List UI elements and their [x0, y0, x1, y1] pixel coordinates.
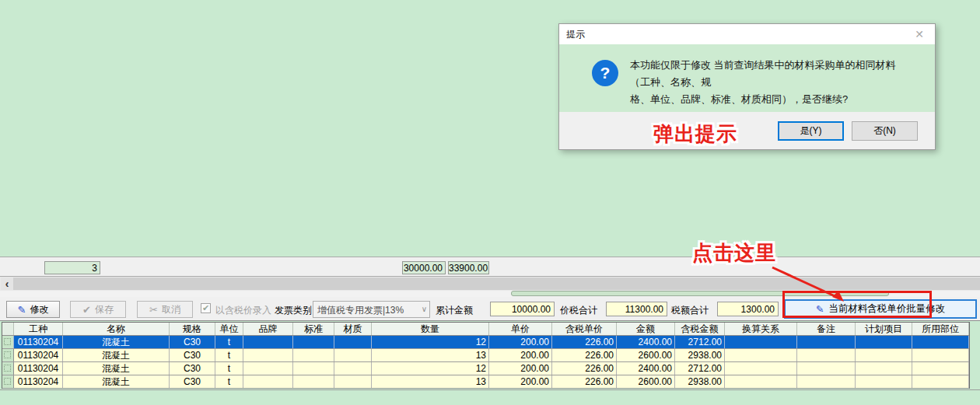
grid-header-cell[interactable]: 含税单价: [552, 323, 617, 335]
no-button[interactable]: 否(N): [852, 121, 918, 141]
grid-cell[interactable]: [725, 349, 797, 361]
grid-cell[interactable]: t: [215, 349, 243, 361]
grid-cell[interactable]: 12: [372, 362, 489, 375]
grid-cell[interactable]: [334, 336, 372, 348]
grid-cell[interactable]: [725, 336, 797, 348]
modify-button[interactable]: ✎ 修改: [6, 301, 60, 318]
grid-cell[interactable]: 混凝土: [63, 336, 170, 348]
grid-cell[interactable]: 01130204: [14, 375, 63, 388]
grid-cell[interactable]: 2400.00: [617, 336, 675, 348]
grid-header-cell[interactable]: 名称: [63, 323, 170, 335]
grid-cell[interactable]: 01130204: [14, 362, 63, 375]
grid-cell[interactable]: 200.00: [489, 349, 552, 361]
grid-header-cell[interactable]: 工种: [14, 323, 63, 335]
grid-cell[interactable]: C30: [170, 349, 215, 361]
grid-header-cell[interactable]: 品牌: [243, 323, 293, 335]
grid-cell[interactable]: 混凝土: [63, 375, 170, 388]
cancel-button[interactable]: ✂ 取消: [137, 301, 193, 318]
grid-cell[interactable]: t: [215, 336, 243, 348]
price-tax-total-field[interactable]: 11300.00: [606, 302, 667, 316]
grid-cell[interactable]: 226.00: [552, 362, 617, 375]
grid-cell[interactable]: C30: [170, 362, 215, 375]
grid-cell[interactable]: 2600.00: [617, 349, 675, 361]
grid-cell[interactable]: 01130204: [14, 336, 63, 348]
grid-header-cell[interactable]: 含税金额: [675, 323, 725, 335]
table-row[interactable]: 01130204混凝土C30t13200.00226.002600.002938…: [2, 375, 969, 389]
grid-cell[interactable]: [334, 349, 372, 361]
grid-cell[interactable]: [243, 349, 293, 361]
grid-cell[interactable]: [797, 336, 856, 348]
table-row[interactable]: 01130204混凝土C30t13200.00226.002600.002938…: [2, 349, 969, 362]
grid-cell[interactable]: C30: [170, 336, 215, 348]
scroll-left-arrow-icon[interactable]: ‹: [1, 278, 13, 290]
grid-cell[interactable]: [797, 349, 856, 361]
grid-header-cell[interactable]: 计划项目: [856, 323, 912, 335]
grid-cell[interactable]: [912, 362, 969, 375]
row-selector-cell[interactable]: [2, 336, 14, 348]
grid-cell[interactable]: [293, 336, 334, 348]
grid-cell[interactable]: [293, 375, 334, 388]
grid-cell[interactable]: 226.00: [552, 349, 617, 361]
grid-cell[interactable]: 200.00: [489, 336, 552, 348]
grid-cell[interactable]: 混凝土: [63, 349, 170, 361]
grid-header-cell[interactable]: 备注: [797, 323, 856, 335]
grid-cell[interactable]: 2600.00: [617, 375, 675, 388]
grid-cell[interactable]: [912, 336, 969, 348]
grid-cell[interactable]: [725, 375, 797, 388]
save-button[interactable]: ✔ 保存: [70, 301, 126, 318]
grid-cell[interactable]: 2712.00: [675, 362, 725, 375]
grid-cell[interactable]: 12: [372, 336, 489, 348]
row-selector-cell[interactable]: [2, 375, 14, 388]
grid-cell[interactable]: 混凝土: [63, 362, 170, 375]
grid-cell[interactable]: [797, 362, 856, 375]
grid-header-cell[interactable]: 所用部位: [912, 323, 969, 335]
grid-cell[interactable]: [243, 362, 293, 375]
yes-button[interactable]: 是(Y): [778, 121, 844, 141]
grid-cell[interactable]: [856, 349, 912, 361]
grid-cell[interactable]: [856, 362, 912, 375]
grid-header-cell[interactable]: 单价: [489, 323, 552, 335]
grid-cell[interactable]: 226.00: [552, 336, 617, 348]
grid-cell[interactable]: [912, 375, 969, 388]
grid-cell[interactable]: [725, 362, 797, 375]
grid-cell[interactable]: [243, 336, 293, 348]
grid-cell[interactable]: [243, 375, 293, 388]
grid-header-cell[interactable]: 规格: [170, 323, 215, 335]
grid-cell[interactable]: 200.00: [489, 375, 552, 388]
grid-header-cell[interactable]: 金额: [617, 323, 675, 335]
grid-cell[interactable]: 226.00: [552, 375, 617, 388]
table-row[interactable]: 01130204混凝土C30t12200.00226.002400.002712…: [2, 362, 969, 375]
grid-header-cell[interactable]: 材质: [334, 323, 372, 335]
cumulative-amount-field[interactable]: 10000.00: [490, 302, 555, 316]
grid-cell[interactable]: [797, 375, 856, 388]
grid-cell[interactable]: C30: [170, 375, 215, 388]
table-row[interactable]: 01130204混凝土C30t12200.00226.002400.002712…: [2, 336, 969, 349]
grid-cell[interactable]: 200.00: [489, 362, 552, 375]
grid-cell[interactable]: [293, 362, 334, 375]
grid-cell[interactable]: 2938.00: [675, 375, 725, 388]
close-icon[interactable]: ✕: [911, 27, 928, 41]
row-selector-cell[interactable]: [2, 349, 14, 361]
grid-cell[interactable]: 13: [372, 349, 489, 361]
grid-header-cell[interactable]: 单位: [215, 323, 243, 335]
grid-cell[interactable]: 13: [372, 375, 489, 388]
grid-cell[interactable]: [334, 362, 372, 375]
dialog-titlebar[interactable]: 提示 ✕: [559, 24, 935, 44]
grid-cell[interactable]: 2712.00: [675, 336, 725, 348]
grid-header-cell[interactable]: 数量: [372, 323, 489, 335]
grid-cell[interactable]: [293, 349, 334, 361]
grid-cell[interactable]: t: [215, 362, 243, 375]
grid-cell[interactable]: [334, 375, 372, 388]
grid-cell[interactable]: 01130204: [14, 349, 63, 361]
grid-cell[interactable]: 2938.00: [675, 349, 725, 361]
tax-included-checkbox[interactable]: ✔: [201, 303, 211, 313]
grid-cell[interactable]: 2400.00: [617, 362, 675, 375]
grid-header-cell[interactable]: 标准: [293, 323, 334, 335]
invoice-type-dropdown[interactable]: 增值税专用发票|13% ∨: [313, 301, 430, 318]
row-selector-cell[interactable]: [2, 362, 14, 375]
grid-header-cell[interactable]: 换算关系: [725, 323, 797, 335]
grid-cell[interactable]: t: [215, 375, 243, 388]
grid-selector-header-cell[interactable]: [2, 323, 14, 335]
grid-cell[interactable]: [856, 375, 912, 388]
grid-cell[interactable]: [856, 336, 912, 348]
